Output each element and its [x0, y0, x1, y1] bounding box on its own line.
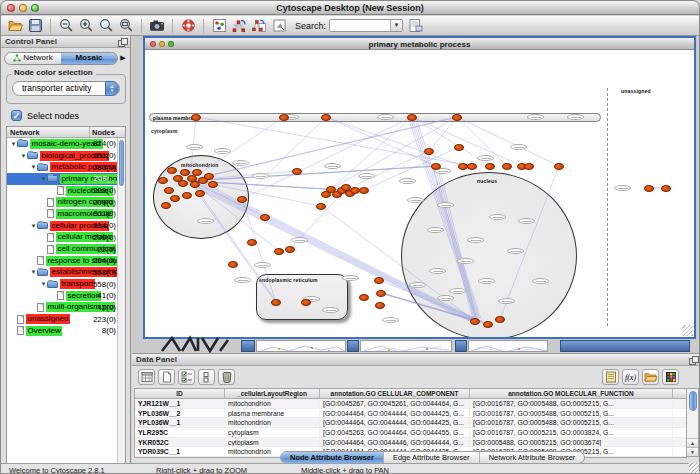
network-node[interactable]	[247, 239, 257, 246]
network-node[interactable]	[452, 114, 462, 121]
window-titlebar[interactable]: Cytoscape Desktop (New Session)	[1, 1, 699, 15]
network-node[interactable]	[359, 294, 369, 301]
network-node[interactable]	[374, 277, 384, 284]
disclosure-triangle-icon[interactable]: ▼	[20, 153, 27, 159]
zoom-in-icon[interactable]	[78, 18, 94, 34]
attribute-select-icon[interactable]	[138, 369, 155, 385]
network-node[interactable]	[316, 203, 326, 210]
matrix-icon[interactable]	[662, 369, 679, 385]
minimized-window-titlebar[interactable]	[241, 340, 255, 352]
minimized-window-thumbnail[interactable]	[468, 340, 548, 352]
network-node[interactable]	[182, 192, 192, 199]
table-row[interactable]: YPL036W__1mitochondrion[GO:0044464, GO:0…	[135, 418, 686, 428]
network-node[interactable]	[260, 214, 270, 221]
tab-overflow-arrow[interactable]: ▶	[118, 54, 128, 62]
network-node[interactable]	[228, 261, 238, 268]
scroll-up-icon[interactable]: ▲	[687, 438, 698, 447]
network-node[interactable]	[359, 187, 369, 194]
network-node[interactable]	[470, 318, 480, 325]
network-node[interactable]	[195, 190, 205, 197]
float-panel-icon[interactable]	[118, 38, 126, 45]
tree-scrollbar-thumb[interactable]	[119, 140, 124, 186]
network-node[interactable]	[376, 290, 386, 297]
network-node[interactable]	[321, 191, 331, 198]
tab-network-attribute-browser[interactable]: Network Attribute Browser	[480, 452, 585, 463]
select-attributes-icon[interactable]	[178, 369, 195, 385]
network-node[interactable]	[644, 185, 654, 192]
tree-item-multi-organism-pro[interactable]: multi-organism pro42(0)	[7, 302, 118, 314]
network-node[interactable]	[431, 163, 441, 170]
tab-edge-attribute-browser[interactable]: Edge Attribute Browser	[384, 452, 480, 463]
formula-builder-icon[interactable]: f(x)	[622, 369, 639, 385]
network-node[interactable]	[178, 180, 188, 187]
tree-item-nucleobase-[interactable]: nucleobase-209(0)	[7, 185, 118, 197]
disclosure-triangle-icon[interactable]: ▼	[40, 281, 47, 287]
column-header-0[interactable]: ID	[135, 389, 225, 398]
delete-attribute-icon[interactable]	[218, 369, 235, 385]
select-nodes-checkbox[interactable]: ✓	[11, 110, 22, 121]
tree-header-network[interactable]: Network	[7, 127, 90, 137]
float-panel-icon[interactable]	[689, 356, 697, 363]
network-node[interactable]	[167, 167, 177, 174]
table-row[interactable]: YJR121W__1mitochondrion[GO:0045267, GO:0…	[135, 399, 686, 409]
tree-item-cellular-process[interactable]: ▼cellular process614(0)	[7, 220, 118, 232]
tree-scrollbar[interactable]	[117, 138, 125, 474]
zoom-fit-icon[interactable]	[118, 18, 134, 34]
table-scrollbar[interactable]: ▲ ▼	[686, 388, 699, 457]
network-canvas[interactable]: plasma membrane cytoplasm mitochondrion …	[145, 50, 694, 337]
zoom-selected-icon[interactable]	[98, 18, 114, 34]
import-table-icon[interactable]	[407, 18, 423, 34]
apply-layout-icon[interactable]	[231, 18, 247, 34]
tab-network[interactable]: Network	[5, 53, 61, 64]
network-node[interactable]	[407, 114, 417, 121]
tree-item-biological-process[interactable]: ▼biological_process651(0)	[7, 150, 118, 162]
tree-item-response-to-stimulu[interactable]: response to stimulu264(0)	[7, 255, 118, 267]
network-node[interactable]	[467, 163, 477, 170]
network-node[interactable]	[485, 163, 495, 170]
tree-item-metabolic-process[interactable]: ▼metabolic process280(0)	[7, 161, 118, 173]
tree-item-macromolecule[interactable]: macromolecule311(0)	[7, 208, 118, 220]
tree-item-cell-communicat[interactable]: cell communicat22(0)	[7, 243, 118, 255]
annotations-icon[interactable]	[271, 18, 287, 34]
table-row[interactable]: YPL036W__2plasma membrane[GO:0044464, GO…	[135, 409, 686, 419]
minimized-window-titlebar[interactable]	[347, 340, 359, 352]
network-node[interactable]	[554, 163, 564, 170]
disclosure-triangle-icon[interactable]: ▼	[40, 176, 47, 182]
snapshot-icon[interactable]	[149, 18, 165, 34]
network-node[interactable]	[301, 299, 311, 306]
save-session-icon[interactable]	[27, 18, 43, 34]
network-node[interactable]	[375, 302, 385, 309]
combo-stepper-icon[interactable]: ▲▼	[105, 81, 119, 96]
tree-item-secretion[interactable]: secretion41(0)	[7, 290, 118, 302]
tree-item-primary-metabo[interactable]: ▼primary metabo209(...	[7, 173, 118, 185]
table-row[interactable]: YLR295Ccytoplasm[GO:0045263, GO:0044464,…	[135, 428, 686, 438]
network-node[interactable]	[158, 177, 168, 184]
minimized-window-thumbnail[interactable]	[256, 340, 346, 352]
tab-node-attribute-browser[interactable]: Node Attribute Browser	[281, 452, 384, 463]
network-node[interactable]	[661, 185, 671, 192]
network-window-titlebar[interactable]: primary metabolic process	[145, 38, 694, 50]
column-header-2[interactable]: annotation.GO CELLULAR_COMPONENT	[320, 389, 470, 398]
notes-icon[interactable]	[602, 369, 619, 385]
tree-item-transport[interactable]: ▼transport558(0)	[7, 278, 118, 290]
network-node[interactable]	[292, 168, 302, 175]
network-node[interactable]	[237, 196, 247, 203]
tree-item-overview[interactable]: Overview8(0)	[7, 325, 118, 337]
table-row[interactable]: YKR052Ccytoplasm[GO:0044464, GO:0044446,…	[135, 438, 686, 448]
network-node[interactable]	[170, 195, 180, 202]
disclosure-triangle-icon[interactable]: ▼	[10, 141, 17, 147]
help-lifering-icon[interactable]	[180, 18, 196, 34]
tree-item-unassigned[interactable]: unassigned223(0)	[7, 313, 118, 325]
tree-item-cellular-metabo[interactable]: cellular metabo209(0)	[7, 232, 118, 244]
new-attribute-icon[interactable]	[158, 369, 175, 385]
disclosure-triangle-icon[interactable]: ▼	[30, 164, 37, 170]
network-node[interactable]	[321, 114, 331, 121]
network-view-window[interactable]: primary metabolic process plasma membran…	[143, 36, 696, 339]
network-node[interactable]	[192, 169, 202, 176]
network-node[interactable]	[161, 202, 171, 209]
tree-item-establishment-of-lo[interactable]: ▼establishment of lo558(0)	[7, 267, 118, 279]
network-node[interactable]	[164, 187, 174, 194]
minimized-window-titlebar[interactable]	[560, 340, 690, 352]
network-node[interactable]	[180, 169, 190, 176]
zoom-out-icon[interactable]	[58, 18, 74, 34]
